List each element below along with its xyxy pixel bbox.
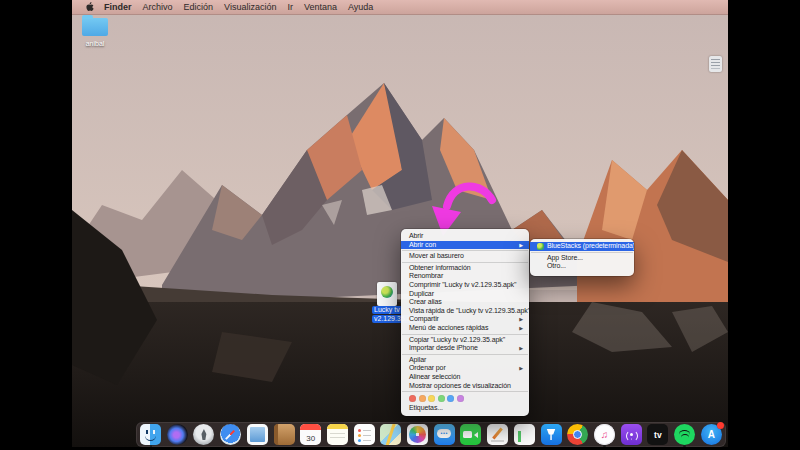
menu-item-importar-desde-iphone[interactable]: Importar desde iPhone▶	[401, 344, 529, 353]
partial-desktop-file-icon[interactable]	[709, 56, 722, 72]
dock-icon-app-store[interactable]: A	[701, 424, 722, 445]
menu-item-abrir-con[interactable]: Abrir con▶	[401, 241, 529, 250]
menu-item-menu-acciones-rapidas[interactable]: Menú de acciones rápidas▶	[401, 324, 529, 333]
tag-color-green[interactable]	[438, 395, 445, 402]
dock-icon-podcasts[interactable]	[621, 424, 642, 445]
menu-item-ordenar-por[interactable]: Ordenar por▶	[401, 364, 529, 373]
menu-item-apilar[interactable]: Apilar	[401, 356, 529, 365]
context-menu: Abrir Abrir con▶ Mover al basurero Obten…	[401, 229, 529, 416]
menu-separator	[402, 262, 528, 263]
dock-icon-spotify[interactable]	[674, 424, 695, 445]
dock-icon-itunes[interactable]	[594, 424, 615, 445]
dock-icon-contacts[interactable]	[274, 424, 295, 445]
menu-separator	[402, 354, 528, 355]
submenu-item-app-store[interactable]: App Store...	[530, 254, 634, 263]
menu-item-obtener-informacion[interactable]: Obtener información	[401, 264, 529, 273]
dock-icon-calendar[interactable]: 30	[300, 424, 321, 445]
tag-color-yellow[interactable]	[428, 395, 435, 402]
menu-item-label: Crear alias	[409, 298, 442, 307]
menu-item-label: Renombrar	[409, 272, 443, 281]
bluestacks-logo-icon	[537, 243, 544, 250]
submenu-item-label: App Store...	[547, 254, 583, 263]
desktop-folder-icon[interactable]	[82, 18, 108, 36]
dock-icon-notes[interactable]	[327, 424, 348, 445]
dock-icon-keynote[interactable]	[541, 424, 562, 445]
dock-icon-messages[interactable]	[434, 424, 455, 445]
tag-color-orange[interactable]	[419, 395, 426, 402]
submenu-arrow-icon: ▶	[519, 315, 523, 324]
wallpaper-sierra-mountain	[72, 0, 728, 447]
menu-item-label: Obtener información	[409, 264, 471, 273]
dock-icon-photos[interactable]	[407, 424, 428, 445]
calendar-day-number: 30	[300, 424, 321, 445]
menu-item-vista-rapida[interactable]: Vista rápida de "Lucky tv v2.129.35.apk"	[401, 307, 529, 316]
menu-bar: Finder Archivo Edición Visualización Ir …	[72, 0, 728, 15]
menu-item-mostrar-opciones[interactable]: Mostrar opciones de visualización	[401, 382, 529, 391]
menu-item-label: Alinear selección	[409, 373, 460, 382]
menu-item-label: Compartir	[409, 315, 439, 324]
menubar-item-ayuda[interactable]: Ayuda	[348, 2, 373, 12]
dock-icon-numbers[interactable]	[514, 424, 535, 445]
tag-color-red[interactable]	[409, 395, 416, 402]
running-indicator-itunes	[603, 445, 606, 448]
dock-icon-pages[interactable]	[487, 424, 508, 445]
menu-item-crear-alias[interactable]: Crear alias	[401, 298, 529, 307]
menu-item-label: Menú de acciones rápidas	[409, 324, 488, 333]
menubar-item-visualizacion[interactable]: Visualización	[224, 2, 276, 12]
dock-icon-launchpad[interactable]	[193, 424, 214, 445]
menu-item-compartir[interactable]: Compartir▶	[401, 315, 529, 324]
menu-item-label: Copiar "Lucky tv v2.129.35.apk"	[409, 336, 505, 345]
menu-separator	[402, 334, 528, 335]
menu-item-label: Ordenar por	[409, 364, 446, 373]
dock-icon-siri[interactable]	[167, 424, 188, 445]
menubar-item-finder[interactable]: Finder	[104, 2, 132, 12]
menu-item-etiquetas[interactable]: Etiquetas...	[401, 404, 529, 413]
running-indicator-finder	[150, 445, 153, 448]
running-indicator-spotify	[683, 445, 686, 448]
menubar-item-archivo[interactable]: Archivo	[143, 2, 173, 12]
apple-logo-icon	[86, 2, 94, 12]
menu-item-label: Mover al basurero	[409, 252, 464, 261]
dock-icon-maps[interactable]	[380, 424, 401, 445]
menu-item-alinear-seleccion[interactable]: Alinear selección	[401, 373, 529, 382]
menubar-item-edicion[interactable]: Edición	[184, 2, 214, 12]
dock: 30 tv A	[136, 422, 726, 447]
menu-item-renombrar[interactable]: Renombrar	[401, 272, 529, 281]
menu-item-label: Abrir	[409, 232, 423, 241]
dock-icon-safari[interactable]	[220, 424, 241, 445]
dock-icon-finder[interactable]	[140, 424, 161, 445]
submenu-arrow-icon: ▶	[519, 364, 523, 373]
dock-icon-mail[interactable]	[247, 424, 268, 445]
menu-separator	[402, 250, 528, 251]
menu-item-copiar[interactable]: Copiar "Lucky tv v2.129.35.apk"	[401, 336, 529, 345]
menu-item-duplicar[interactable]: Duplicar	[401, 290, 529, 299]
menu-separator	[531, 252, 633, 253]
screen: Finder Archivo Edición Visualización Ir …	[0, 0, 800, 450]
apk-file-icon[interactable]	[377, 282, 397, 306]
menu-item-label: Importar desde iPhone	[409, 344, 478, 353]
dock-icon-chrome[interactable]	[567, 424, 588, 445]
menu-item-label: Vista rápida de "Lucky tv v2.129.35.apk"	[409, 307, 529, 316]
menu-item-abrir[interactable]: Abrir	[401, 232, 529, 241]
notification-badge	[717, 422, 724, 429]
menubar-item-ir[interactable]: Ir	[287, 2, 293, 12]
apk-file-label-line1: Lucky tv	[372, 306, 402, 314]
menu-item-label: Abrir con	[409, 241, 436, 250]
tag-color-blue[interactable]	[447, 395, 454, 402]
menubar-item-ventana[interactable]: Ventana	[304, 2, 337, 12]
dock-icon-facetime[interactable]	[460, 424, 481, 445]
submenu-item-otro[interactable]: Otro...	[530, 262, 634, 271]
apple-menu[interactable]	[86, 2, 94, 12]
submenu-item-label: Otro...	[547, 262, 566, 271]
dock-icon-apple-tv[interactable]: tv	[647, 424, 668, 445]
submenu-arrow-icon: ▶	[519, 241, 523, 250]
menu-item-mover-al-basurero[interactable]: Mover al basurero	[401, 252, 529, 261]
menu-item-label: Mostrar opciones de visualización	[409, 382, 511, 391]
menu-item-comprimir[interactable]: Comprimir "Lucky tv v2.129.35.apk"	[401, 281, 529, 290]
submenu-item-label: BlueStacks (predeterminada)	[547, 242, 634, 251]
menu-item-label: Apilar	[409, 356, 426, 365]
submenu-item-bluestacks[interactable]: BlueStacks (predeterminada)	[530, 242, 634, 251]
desktop[interactable]: Finder Archivo Edición Visualización Ir …	[72, 0, 728, 447]
dock-icon-reminders[interactable]	[354, 424, 375, 445]
tag-color-purple[interactable]	[457, 395, 464, 402]
